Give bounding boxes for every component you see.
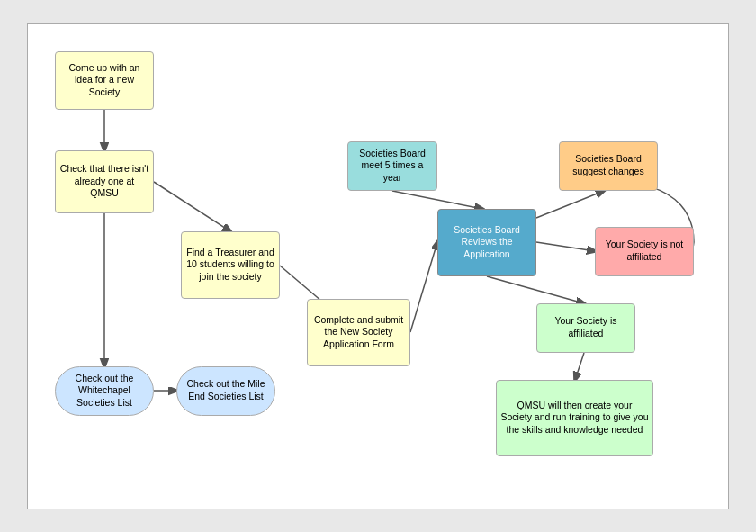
diagram-container: Come up with an idea for a new SocietyCh… xyxy=(27,23,729,509)
node-label-complete: Complete and submit the New Society Appl… xyxy=(311,314,406,351)
node-label-check: Check that there isn't already one at QM… xyxy=(59,163,149,200)
node-label-whitechapel: Check out the Whitechapel Societies List xyxy=(59,373,149,410)
node-mileend: Check out the Mile End Societies List xyxy=(176,366,275,416)
node-label-idea: Come up with an idea for a new Society xyxy=(59,62,149,99)
node-label-notaffiliated: Your Society is not affiliated xyxy=(599,239,689,263)
node-label-affiliated: Your Society is affiliated xyxy=(541,315,631,339)
node-treasurer: Find a Treasurer and 10 students willing… xyxy=(181,231,280,299)
node-label-suggest: Societies Board suggest changes xyxy=(563,153,653,177)
arrow-affiliated-qmsu xyxy=(575,353,584,380)
arrow-boardmeet-boardreview xyxy=(392,191,482,209)
node-affiliated: Your Society is affiliated xyxy=(536,303,635,353)
node-qmsu: QMSU will then create your Society and r… xyxy=(496,380,653,456)
node-boardreview: Societies Board Reviews the Application xyxy=(437,209,536,276)
node-whitechapel: Check out the Whitechapel Societies List xyxy=(55,366,154,416)
node-idea: Come up with an idea for a new Society xyxy=(55,51,154,110)
node-boardmeet: Societies Board meet 5 times a year xyxy=(347,141,437,191)
arrow-boardreview-notaffiliated xyxy=(536,242,595,251)
node-suggest: Societies Board suggest changes xyxy=(559,141,658,191)
arrow-complete-boardreview xyxy=(410,242,437,332)
arrow-boardreview-affiliated xyxy=(487,276,584,303)
node-label-treasurer: Find a Treasurer and 10 students willing… xyxy=(185,247,275,284)
node-notaffiliated: Your Society is not affiliated xyxy=(595,227,694,276)
node-label-qmsu: QMSU will then create your Society and r… xyxy=(500,400,649,437)
node-label-boardmeet: Societies Board meet 5 times a year xyxy=(352,148,433,185)
node-check: Check that there isn't already one at QM… xyxy=(55,150,154,213)
arrow-boardreview-suggest xyxy=(536,191,604,218)
node-complete: Complete and submit the New Society Appl… xyxy=(307,299,410,366)
arrow-check-treasurer xyxy=(154,182,230,231)
node-label-mileend: Check out the Mile End Societies List xyxy=(181,378,271,402)
node-label-boardreview: Societies Board Reviews the Application xyxy=(442,224,532,261)
